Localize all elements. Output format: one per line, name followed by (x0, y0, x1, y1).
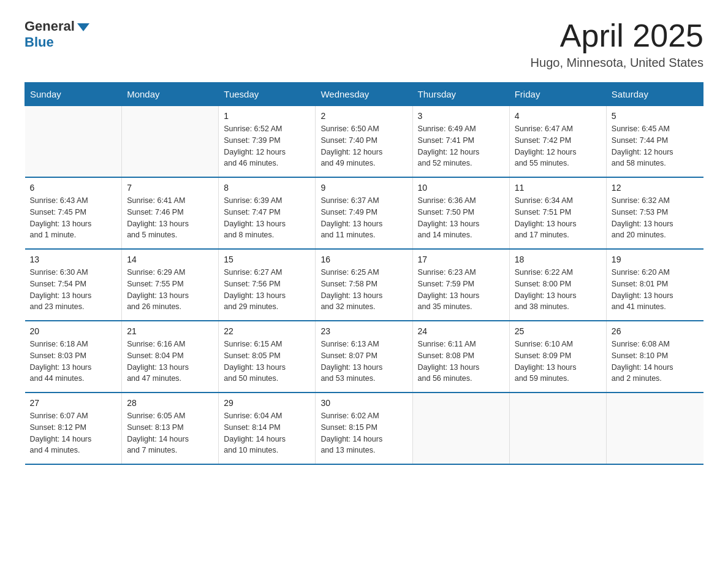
calendar-cell (412, 393, 509, 464)
day-info: Sunrise: 6:02 AM Sunset: 8:15 PM Dayligh… (320, 410, 407, 456)
day-number: 21 (127, 326, 213, 336)
calendar-cell: 9Sunrise: 6:37 AM Sunset: 7:49 PM Daylig… (316, 177, 412, 249)
calendar-cell: 18Sunrise: 6:22 AM Sunset: 8:00 PM Dayli… (509, 249, 606, 321)
day-info: Sunrise: 6:49 AM Sunset: 7:41 PM Dayligh… (418, 123, 504, 169)
day-number: 12 (612, 183, 699, 193)
day-info: Sunrise: 6:10 AM Sunset: 8:09 PM Dayligh… (515, 339, 601, 385)
calendar-cell: 21Sunrise: 6:16 AM Sunset: 8:04 PM Dayli… (122, 321, 219, 393)
day-number: 4 (515, 111, 601, 121)
day-info: Sunrise: 6:15 AM Sunset: 8:05 PM Dayligh… (224, 339, 310, 385)
day-number: 23 (320, 326, 407, 336)
day-info: Sunrise: 6:11 AM Sunset: 8:08 PM Dayligh… (418, 339, 504, 385)
day-info: Sunrise: 6:07 AM Sunset: 8:12 PM Dayligh… (30, 410, 117, 456)
calendar-cell: 10Sunrise: 6:36 AM Sunset: 7:50 PM Dayli… (412, 177, 509, 249)
title-block: April 2025 Hugo, Minnesota, United State… (531, 18, 703, 70)
page-header: General Blue April 2025 Hugo, Minnesota,… (25, 18, 703, 70)
day-number: 29 (224, 398, 310, 408)
header-saturday: Saturday (606, 83, 703, 106)
day-number: 30 (320, 398, 407, 408)
calendar-cell: 24Sunrise: 6:11 AM Sunset: 8:08 PM Dayli… (412, 321, 509, 393)
day-info: Sunrise: 6:13 AM Sunset: 8:07 PM Dayligh… (320, 339, 407, 385)
day-info: Sunrise: 6:50 AM Sunset: 7:40 PM Dayligh… (320, 123, 407, 169)
day-info: Sunrise: 6:45 AM Sunset: 7:44 PM Dayligh… (612, 123, 699, 169)
day-number: 20 (30, 326, 117, 336)
day-info: Sunrise: 6:43 AM Sunset: 7:45 PM Dayligh… (30, 195, 117, 241)
header-sunday: Sunday (25, 83, 122, 106)
calendar-week-row: 13Sunrise: 6:30 AM Sunset: 7:54 PM Dayli… (25, 249, 703, 321)
day-info: Sunrise: 6:25 AM Sunset: 7:58 PM Dayligh… (320, 267, 407, 313)
day-number: 15 (224, 255, 310, 264)
day-info: Sunrise: 6:05 AM Sunset: 8:13 PM Dayligh… (127, 410, 213, 456)
calendar-cell: 22Sunrise: 6:15 AM Sunset: 8:05 PM Dayli… (219, 321, 316, 393)
calendar-cell: 4Sunrise: 6:47 AM Sunset: 7:42 PM Daylig… (509, 106, 606, 178)
day-number: 22 (224, 326, 310, 336)
calendar-week-row: 6Sunrise: 6:43 AM Sunset: 7:45 PM Daylig… (25, 177, 703, 249)
day-number: 10 (418, 183, 504, 193)
calendar-cell (509, 393, 606, 464)
day-number: 24 (418, 326, 504, 336)
day-info: Sunrise: 6:32 AM Sunset: 7:53 PM Dayligh… (612, 195, 699, 241)
day-number: 1 (224, 111, 310, 121)
day-info: Sunrise: 6:34 AM Sunset: 7:51 PM Dayligh… (515, 195, 601, 241)
day-info: Sunrise: 6:23 AM Sunset: 7:59 PM Dayligh… (418, 267, 504, 313)
day-number: 3 (418, 111, 504, 121)
calendar-cell (122, 106, 219, 178)
day-info: Sunrise: 6:36 AM Sunset: 7:50 PM Dayligh… (418, 195, 504, 241)
calendar-cell: 20Sunrise: 6:18 AM Sunset: 8:03 PM Dayli… (25, 321, 122, 393)
calendar-cell: 30Sunrise: 6:02 AM Sunset: 8:15 PM Dayli… (316, 393, 412, 464)
calendar-cell: 14Sunrise: 6:29 AM Sunset: 7:55 PM Dayli… (122, 249, 219, 321)
day-number: 16 (320, 255, 407, 264)
day-number: 9 (320, 183, 407, 193)
day-number: 14 (127, 255, 213, 264)
day-info: Sunrise: 6:52 AM Sunset: 7:39 PM Dayligh… (224, 123, 310, 169)
day-info: Sunrise: 6:04 AM Sunset: 8:14 PM Dayligh… (224, 410, 310, 456)
calendar-cell: 1Sunrise: 6:52 AM Sunset: 7:39 PM Daylig… (219, 106, 316, 178)
location-title: Hugo, Minnesota, United States (531, 56, 703, 70)
calendar-cell: 2Sunrise: 6:50 AM Sunset: 7:40 PM Daylig… (316, 106, 412, 178)
day-info: Sunrise: 6:30 AM Sunset: 7:54 PM Dayligh… (30, 267, 117, 313)
calendar-cell: 6Sunrise: 6:43 AM Sunset: 7:45 PM Daylig… (25, 177, 122, 249)
calendar-cell: 11Sunrise: 6:34 AM Sunset: 7:51 PM Dayli… (509, 177, 606, 249)
day-info: Sunrise: 6:18 AM Sunset: 8:03 PM Dayligh… (30, 339, 117, 385)
header-friday: Friday (509, 83, 606, 106)
day-number: 11 (515, 183, 601, 193)
day-number: 19 (612, 255, 699, 264)
calendar-week-row: 20Sunrise: 6:18 AM Sunset: 8:03 PM Dayli… (25, 321, 703, 393)
header-wednesday: Wednesday (316, 83, 412, 106)
day-info: Sunrise: 6:27 AM Sunset: 7:56 PM Dayligh… (224, 267, 310, 313)
day-number: 17 (418, 255, 504, 264)
day-number: 2 (320, 111, 407, 121)
day-info: Sunrise: 6:39 AM Sunset: 7:47 PM Dayligh… (224, 195, 310, 241)
day-number: 27 (30, 398, 117, 408)
calendar-cell: 8Sunrise: 6:39 AM Sunset: 7:47 PM Daylig… (219, 177, 316, 249)
calendar-cell (606, 393, 703, 464)
day-info: Sunrise: 6:16 AM Sunset: 8:04 PM Dayligh… (127, 339, 213, 385)
calendar-cell: 7Sunrise: 6:41 AM Sunset: 7:46 PM Daylig… (122, 177, 219, 249)
calendar-cell: 5Sunrise: 6:45 AM Sunset: 7:44 PM Daylig… (606, 106, 703, 178)
day-info: Sunrise: 6:47 AM Sunset: 7:42 PM Dayligh… (515, 123, 601, 169)
header-monday: Monday (122, 83, 219, 106)
calendar-cell: 17Sunrise: 6:23 AM Sunset: 7:59 PM Dayli… (412, 249, 509, 321)
calendar-cell (25, 106, 122, 178)
day-info: Sunrise: 6:08 AM Sunset: 8:10 PM Dayligh… (612, 339, 699, 385)
logo-blue-text: Blue (25, 34, 54, 50)
day-number: 18 (515, 255, 601, 264)
calendar-cell: 16Sunrise: 6:25 AM Sunset: 7:58 PM Dayli… (316, 249, 412, 321)
day-info: Sunrise: 6:41 AM Sunset: 7:46 PM Dayligh… (127, 195, 213, 241)
month-title: April 2025 (531, 18, 703, 53)
day-number: 13 (30, 255, 117, 264)
day-number: 7 (127, 183, 213, 193)
calendar-header-row: SundayMondayTuesdayWednesdayThursdayFrid… (25, 83, 703, 106)
day-info: Sunrise: 6:37 AM Sunset: 7:49 PM Dayligh… (320, 195, 407, 241)
logo: General Blue (25, 18, 89, 50)
calendar-cell: 13Sunrise: 6:30 AM Sunset: 7:54 PM Dayli… (25, 249, 122, 321)
day-number: 28 (127, 398, 213, 408)
calendar-cell: 28Sunrise: 6:05 AM Sunset: 8:13 PM Dayli… (122, 393, 219, 464)
calendar-table: SundayMondayTuesdayWednesdayThursdayFrid… (25, 82, 703, 465)
day-info: Sunrise: 6:29 AM Sunset: 7:55 PM Dayligh… (127, 267, 213, 313)
calendar-cell: 15Sunrise: 6:27 AM Sunset: 7:56 PM Dayli… (219, 249, 316, 321)
calendar-cell: 26Sunrise: 6:08 AM Sunset: 8:10 PM Dayli… (606, 321, 703, 393)
day-info: Sunrise: 6:22 AM Sunset: 8:00 PM Dayligh… (515, 267, 601, 313)
day-number: 26 (612, 326, 699, 336)
day-number: 25 (515, 326, 601, 336)
